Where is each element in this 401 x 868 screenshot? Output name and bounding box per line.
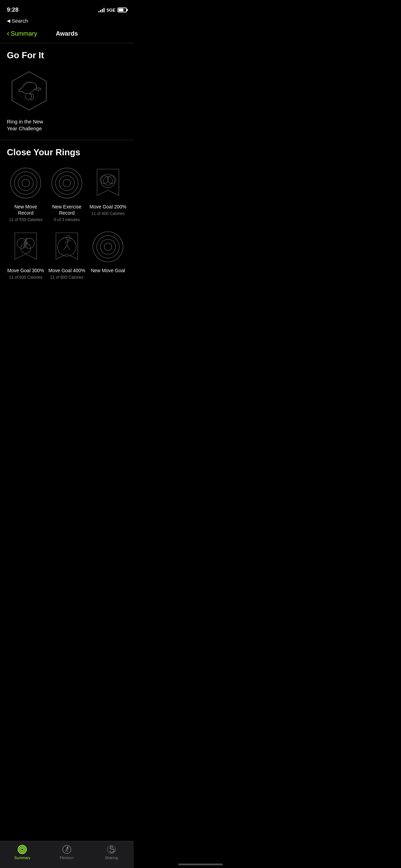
nav-back-button[interactable]: ‹ Summary bbox=[7, 29, 37, 38]
svg-point-21 bbox=[100, 239, 116, 254]
go-for-it-title: Go For It bbox=[7, 50, 127, 61]
status-5g: 5GE bbox=[107, 8, 116, 13]
svg-point-9 bbox=[63, 179, 71, 187]
svg-marker-0 bbox=[12, 72, 46, 110]
ring-label: Move Goal 200% bbox=[89, 204, 126, 210]
svg-point-7 bbox=[56, 172, 78, 194]
svg-point-8 bbox=[59, 176, 74, 191]
ring-label: New Exercise Record bbox=[48, 204, 86, 216]
scrollable-content: Go For It Ring in the New Year Challenge… bbox=[0, 43, 134, 323]
svg-point-18 bbox=[58, 238, 76, 256]
list-item: New Move Goal bbox=[89, 230, 127, 280]
ring-label: Move Goal 300% bbox=[7, 267, 44, 274]
move-goal-400-icon bbox=[50, 230, 84, 264]
search-back-label: Search bbox=[12, 18, 28, 24]
svg-point-6 bbox=[52, 168, 82, 198]
svg-point-3 bbox=[14, 172, 37, 194]
list-item: New Exercise Record 0 of 3 minutes bbox=[48, 166, 86, 223]
new-move-record-icon bbox=[9, 166, 43, 200]
ring-label: Move Goal 400% bbox=[48, 267, 85, 274]
status-right: 5GE bbox=[98, 8, 127, 13]
status-bar: 9:28 5GE bbox=[0, 0, 134, 17]
search-back-chevron: ◀ bbox=[7, 18, 10, 23]
nav-back-chevron: ‹ bbox=[7, 29, 9, 38]
close-your-rings-title: Close Your Rings bbox=[7, 147, 127, 158]
status-time: 9:28 bbox=[7, 7, 19, 13]
battery-icon bbox=[118, 8, 127, 12]
svg-point-20 bbox=[97, 236, 119, 258]
ring-label: New Move Record bbox=[7, 204, 45, 216]
ring-progress: 11 of 600 Calories bbox=[9, 275, 42, 280]
list-item: Move Goal 300% 11 of 600 Calories bbox=[7, 230, 45, 280]
svg-point-5 bbox=[22, 179, 29, 187]
signal-bar-1 bbox=[98, 11, 99, 12]
svg-point-22 bbox=[104, 243, 112, 251]
close-your-rings-section: Close Your Rings New Move Record 11 of 5… bbox=[0, 140, 134, 289]
list-item: Move Goal 400% 11 of 800 Calories bbox=[48, 230, 86, 280]
move-goal-300-icon bbox=[9, 230, 43, 264]
battery-fill bbox=[119, 9, 123, 11]
ring-label: New Move Goal bbox=[91, 267, 125, 274]
signal-bar-3 bbox=[102, 9, 103, 12]
signal-bars bbox=[98, 8, 105, 12]
list-item: Move Goal 200% 11 of 400 Calories bbox=[89, 166, 127, 223]
ring-progress: 11 of 800 Calories bbox=[50, 275, 83, 280]
nav-back-label: Summary bbox=[11, 30, 37, 37]
new-exercise-record-icon bbox=[50, 166, 84, 200]
ring-progress: 0 of 3 minutes bbox=[54, 217, 80, 223]
ring-progress: 11 of 400 Calories bbox=[91, 211, 124, 217]
list-item: New Move Record 11 of 550 Calories bbox=[7, 166, 45, 223]
new-year-badge-icon bbox=[7, 69, 51, 113]
badge-container: Ring in the New Year Challenge bbox=[7, 69, 127, 132]
svg-point-19 bbox=[93, 232, 123, 262]
rings-grid: New Move Record 11 of 550 Calories New E… bbox=[7, 166, 127, 280]
move-goal-200-icon bbox=[91, 166, 125, 200]
badge-label: Ring in the New Year Challenge bbox=[7, 118, 55, 132]
ring-progress: 11 of 550 Calories bbox=[9, 217, 42, 223]
go-for-it-section: Go For It Ring in the New Year Challenge bbox=[0, 43, 134, 140]
nav-header: ‹ Summary Awards bbox=[0, 26, 134, 43]
signal-bar-2 bbox=[100, 10, 101, 12]
svg-point-2 bbox=[11, 168, 41, 198]
nav-title: Awards bbox=[56, 30, 78, 37]
svg-point-4 bbox=[18, 176, 33, 191]
new-move-goal-icon bbox=[91, 230, 125, 264]
signal-bar-4 bbox=[104, 8, 105, 12]
search-back[interactable]: ◀ Search bbox=[0, 17, 134, 26]
